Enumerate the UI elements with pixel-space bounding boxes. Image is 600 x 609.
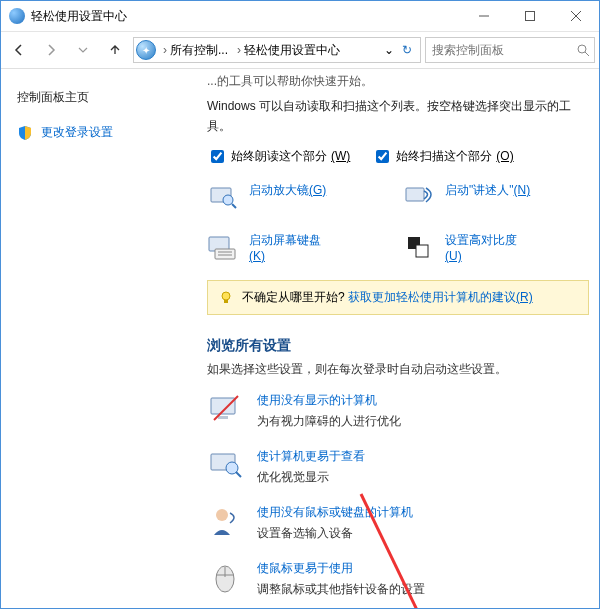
sidebar-home-link[interactable]: 控制面板主页: [17, 89, 185, 106]
up-button[interactable]: [101, 36, 129, 64]
search-input[interactable]: [430, 42, 590, 58]
lightbulb-icon: [218, 289, 234, 305]
mouse-icon: [207, 560, 243, 596]
svg-line-5: [585, 52, 589, 56]
always-read-label: 始终朗读这个部分: [231, 148, 327, 165]
option-link[interactable]: 使用没有显示的计算机: [257, 392, 401, 409]
breadcrumb-item[interactable]: 轻松使用设置中心: [244, 43, 340, 57]
start-magnifier-link[interactable]: 启动放大镜(G): [207, 182, 393, 214]
app-icon: [9, 8, 25, 24]
svg-rect-15: [416, 245, 428, 257]
window-title: 轻松使用设置中心: [31, 8, 461, 25]
close-button[interactable]: [553, 1, 599, 31]
option-no-mouse-keyboard[interactable]: 使用没有鼠标或键盘的计算机 设置备选输入设备: [207, 504, 589, 542]
get-recommendations-link[interactable]: 获取更加轻松使用计算机的建议(R): [348, 290, 533, 304]
svg-rect-11: [215, 249, 235, 259]
info-question: 不确定从哪里开始?: [242, 290, 345, 304]
truncated-text: ...的工具可以帮助你快速开始。: [207, 73, 589, 90]
magnifier-icon: [207, 182, 239, 214]
search-icon: [577, 44, 590, 57]
option-no-display[interactable]: 使用没有显示的计算机 为有视力障碍的人进行优化: [207, 392, 589, 430]
refresh-button[interactable]: ↻: [396, 43, 418, 57]
svg-line-8: [232, 204, 236, 208]
svg-line-23: [236, 472, 241, 477]
breadcrumb-item[interactable]: 所有控制...: [170, 43, 228, 57]
monitor-magnify-icon: [207, 448, 243, 484]
forward-button[interactable]: [37, 36, 65, 64]
option-link[interactable]: 使用没有鼠标或键盘的计算机: [257, 504, 413, 521]
shield-icon: [17, 125, 33, 141]
narrator-icon: [403, 182, 435, 214]
sidebar: 控制面板主页 更改登录设置: [1, 69, 201, 608]
start-narrator-link[interactable]: 启动"讲述人"(N): [403, 182, 589, 214]
person-speaking-icon: [207, 504, 243, 540]
keyboard-icon: [207, 232, 239, 264]
breadcrumb-dropdown[interactable]: ⌄: [384, 43, 394, 57]
title-bar: 轻松使用设置中心: [1, 1, 599, 32]
svg-point-16: [222, 292, 230, 300]
set-high-contrast-link[interactable]: 设置高对比度(U): [403, 232, 589, 264]
minimize-button[interactable]: [461, 1, 507, 31]
breadcrumb[interactable]: ✦ ›所有控制... ›轻松使用设置中心 ⌄ ↻: [133, 37, 421, 63]
recommendation-banner: 不确定从哪里开始? 获取更加轻松使用计算机的建议(R): [207, 280, 589, 315]
maximize-button[interactable]: [507, 1, 553, 31]
ease-of-access-icon: ✦: [136, 40, 156, 60]
svg-rect-19: [218, 416, 228, 419]
browse-all-heading: 浏览所有设置: [207, 337, 589, 355]
sidebar-login-settings-link[interactable]: 更改登录设置: [17, 124, 185, 141]
option-sub: 调整鼠标或其他指针设备的设置: [257, 581, 425, 598]
option-link[interactable]: 使鼠标更易于使用: [257, 560, 425, 577]
svg-point-24: [216, 509, 228, 521]
always-scan-input[interactable]: [376, 150, 389, 163]
nav-bar: ✦ ›所有控制... ›轻松使用设置中心 ⌄ ↻: [1, 32, 599, 69]
always-read-input[interactable]: [211, 150, 224, 163]
option-sub: 为有视力障碍的人进行优化: [257, 413, 401, 430]
back-button[interactable]: [5, 36, 33, 64]
option-easier-to-see[interactable]: 使计算机更易于查看 优化视觉显示: [207, 448, 589, 486]
intro-description: Windows 可以自动读取和扫描这个列表。按空格键选择突出显示的工具。: [207, 96, 589, 137]
svg-point-7: [223, 195, 233, 205]
high-contrast-icon: [403, 232, 435, 264]
content-area: ...的工具可以帮助你快速开始。 Windows 可以自动读取和扫描这个列表。按…: [201, 69, 599, 608]
start-osk-link[interactable]: 启动屏幕键盘(K): [207, 232, 393, 264]
sidebar-login-label: 更改登录设置: [41, 124, 113, 141]
svg-point-4: [578, 45, 586, 53]
always-read-checkbox[interactable]: 始终朗读这个部分(W): [207, 147, 350, 166]
option-link[interactable]: 使计算机更易于查看: [257, 448, 365, 465]
always-scan-checkbox[interactable]: 始终扫描这个部分(O): [372, 147, 513, 166]
always-scan-label: 始终扫描这个部分: [396, 148, 492, 165]
svg-rect-17: [224, 300, 228, 303]
option-sub: 设置备选输入设备: [257, 525, 413, 542]
option-sub: 优化视觉显示: [257, 469, 365, 486]
monitor-off-icon: [207, 392, 243, 428]
option-mouse-easier[interactable]: 使鼠标更易于使用 调整鼠标或其他指针设备的设置: [207, 560, 589, 598]
svg-rect-1: [526, 12, 535, 21]
search-box[interactable]: [425, 37, 595, 63]
browse-all-sub: 如果选择这些设置，则在每次登录时自动启动这些设置。: [207, 361, 589, 378]
svg-rect-9: [406, 188, 424, 201]
recent-locations-button[interactable]: [69, 36, 97, 64]
sidebar-home-label: 控制面板主页: [17, 89, 89, 106]
